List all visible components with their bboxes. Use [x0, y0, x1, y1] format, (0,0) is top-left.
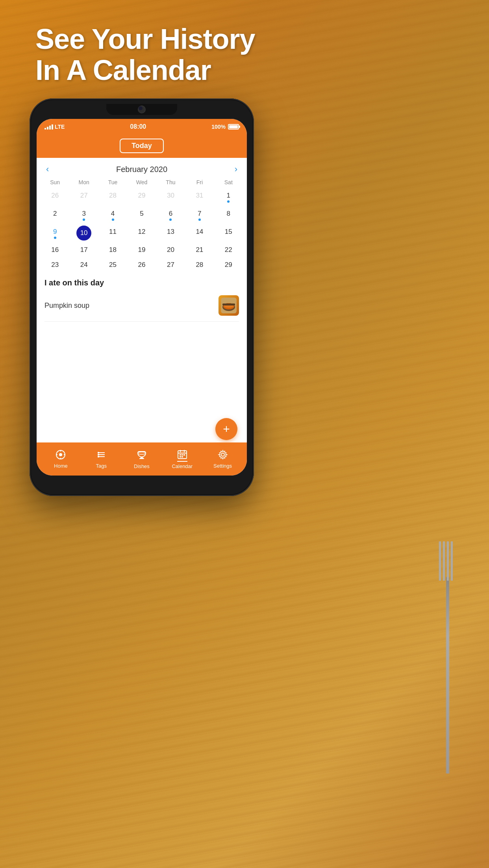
dow-mon: Mon	[69, 178, 98, 187]
cal-day-20[interactable]: 20	[156, 243, 185, 258]
cal-day-8[interactable]: 8	[214, 207, 243, 225]
dow-thu: Thu	[156, 178, 185, 187]
fork-tine	[447, 541, 449, 581]
days-of-week: Sun Mon Tue Wed Thu Fri Sat	[37, 178, 247, 187]
cal-day[interactable]: 31	[185, 189, 214, 207]
cal-day-21[interactable]: 21	[185, 243, 214, 258]
calendar-label: Calendar	[172, 463, 193, 469]
bottom-nav: Home Tags	[37, 442, 247, 476]
nav-tags[interactable]: Tags	[81, 450, 122, 469]
cal-day-1[interactable]: 1	[214, 189, 243, 207]
cal-day[interactable]: 30	[156, 189, 185, 207]
svg-point-29	[221, 453, 224, 456]
dow-sun: Sun	[41, 178, 69, 187]
signal-bar-4	[52, 124, 53, 130]
cal-day[interactable]: 27	[69, 189, 98, 207]
dow-wed: Wed	[127, 178, 156, 187]
headline-line2: In A Calendar	[35, 55, 256, 86]
cal-day-26[interactable]: 26	[127, 258, 156, 273]
signal-bars	[44, 124, 53, 130]
cal-day-14[interactable]: 14	[185, 225, 214, 243]
svg-rect-27	[180, 456, 181, 457]
selected-circle: 10	[76, 226, 91, 241]
dishes-icon	[136, 449, 147, 462]
battery-icon	[228, 124, 239, 130]
cal-day-9[interactable]: 9	[41, 225, 69, 243]
cal-day-2[interactable]: 2	[41, 207, 69, 225]
cal-day-6[interactable]: 6	[156, 207, 185, 225]
cal-day[interactable]: 29	[127, 189, 156, 207]
cal-day-18[interactable]: 18	[98, 243, 127, 258]
calendar-grid: 26 27 28 29 30 31 1 2 3 4 5 6 7 8 9 10	[37, 189, 247, 273]
day-dot	[169, 218, 172, 221]
status-bar: LTE 08:00 100%	[37, 119, 247, 135]
svg-rect-15	[98, 454, 99, 455]
cal-day-29[interactable]: 29	[214, 258, 243, 273]
nav-dishes[interactable]: Dishes	[122, 449, 162, 469]
day-dot	[54, 237, 56, 239]
cal-day[interactable]: 26	[41, 189, 69, 207]
signal-bar-3	[49, 126, 51, 130]
next-month-button[interactable]: ›	[235, 164, 237, 174]
tags-label: Tags	[96, 463, 106, 469]
cal-day-5[interactable]: 5	[127, 207, 156, 225]
svg-rect-4	[222, 304, 235, 305]
settings-label: Settings	[213, 463, 232, 469]
cal-day-15[interactable]: 15	[214, 225, 243, 243]
cal-day-17[interactable]: 17	[69, 243, 98, 258]
food-item[interactable]: Pumpkin soup	[44, 292, 239, 322]
svg-rect-28	[182, 456, 183, 457]
cal-day-4[interactable]: 4	[98, 207, 127, 225]
dishes-label: Dishes	[134, 463, 150, 469]
cal-day-7[interactable]: 7	[185, 207, 214, 225]
calendar-icon	[177, 449, 187, 462]
phone-camera-area	[106, 104, 177, 115]
phone-device: LTE 08:00 100% Today ‹ February 2020 ›	[30, 98, 254, 496]
cal-day-24[interactable]: 24	[69, 258, 98, 273]
fork-tine	[443, 541, 445, 581]
battery-percent: 100%	[211, 124, 226, 130]
svg-rect-25	[182, 454, 183, 455]
svg-rect-14	[98, 452, 99, 453]
cal-day-28[interactable]: 28	[185, 258, 214, 273]
signal-bar-2	[47, 127, 48, 130]
today-button[interactable]: Today	[120, 139, 164, 153]
status-right: 100%	[211, 124, 239, 130]
cal-day-13[interactable]: 13	[156, 225, 185, 243]
cal-day-12[interactable]: 12	[127, 225, 156, 243]
prev-month-button[interactable]: ‹	[46, 164, 49, 174]
cal-day-25[interactable]: 25	[98, 258, 127, 273]
ate-section: I ate on this day Pumpkin soup	[37, 273, 247, 326]
svg-rect-26	[183, 454, 185, 455]
tags-icon	[96, 450, 106, 461]
cal-day-3[interactable]: 3	[69, 207, 98, 225]
home-icon	[56, 450, 66, 461]
cal-day-16[interactable]: 16	[41, 243, 69, 258]
day-dot	[112, 218, 114, 221]
svg-point-17	[138, 452, 146, 454]
cal-day-11[interactable]: 11	[98, 225, 127, 243]
nav-settings[interactable]: Settings	[202, 450, 243, 469]
day-dot	[227, 200, 230, 203]
battery-fill	[229, 125, 238, 128]
home-label: Home	[54, 463, 68, 469]
nav-home[interactable]: Home	[41, 450, 81, 469]
headline: See Your History In A Calendar	[35, 24, 256, 86]
status-time: 08:00	[130, 123, 146, 130]
fork-decoration	[422, 545, 473, 781]
calendar-nav: ‹ February 2020 ›	[37, 158, 247, 178]
food-image-svg	[220, 297, 237, 314]
cal-day-10[interactable]: 10 10	[69, 225, 98, 243]
status-left: LTE	[44, 124, 65, 130]
cal-day[interactable]: 28	[98, 189, 127, 207]
cal-day-27[interactable]: 27	[156, 258, 185, 273]
nav-calendar[interactable]: Calendar	[162, 449, 202, 469]
cal-day-22[interactable]: 22	[214, 243, 243, 258]
cal-day-19[interactable]: 19	[127, 243, 156, 258]
cal-day-23[interactable]: 23	[41, 258, 69, 273]
fork-tine	[451, 541, 453, 581]
food-name: Pumpkin soup	[44, 302, 89, 310]
dow-sat: Sat	[214, 178, 243, 187]
fab-button[interactable]: +	[215, 418, 237, 440]
ate-title: I ate on this day	[44, 278, 239, 287]
